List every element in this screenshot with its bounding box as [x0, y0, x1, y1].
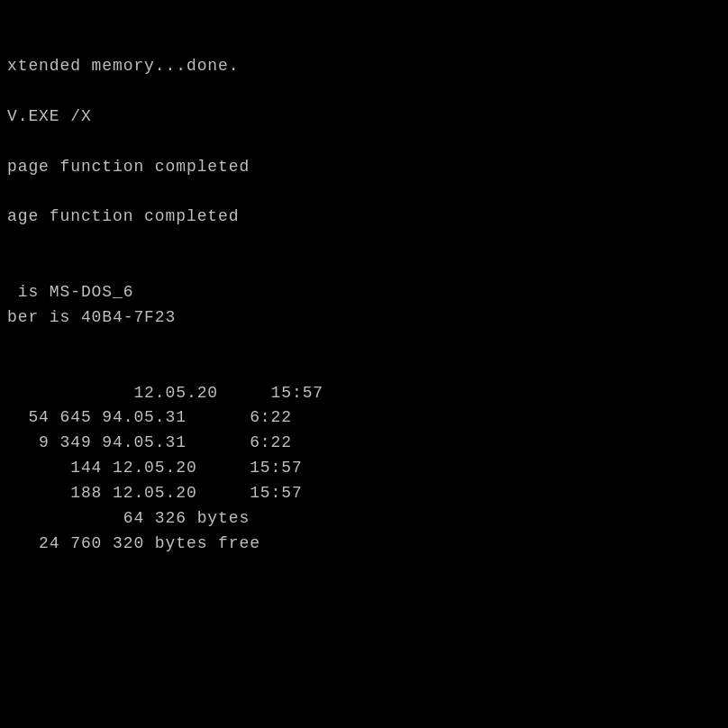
line9: 9 349 94.05.31 6:22	[7, 431, 728, 456]
blank7	[7, 356, 728, 381]
line4: age function completed	[7, 205, 728, 230]
line8: 54 645 94.05.31 6:22	[7, 405, 728, 431]
blank2	[7, 130, 728, 155]
line10: 144 12.05.20 15:57	[7, 456, 728, 481]
line11: 188 12.05.20 15:57	[7, 481, 728, 506]
line12: 64 326 bytes	[7, 506, 728, 532]
terminal-window: xtended memory...done.V.EXE /Xpage funct…	[0, 0, 728, 728]
line6: ber is 40B4-7F23	[7, 305, 728, 331]
line2: V.EXE /X	[7, 105, 728, 130]
blank3	[7, 179, 728, 205]
line7: 12.05.20 15:57	[7, 381, 728, 406]
blank6	[7, 331, 728, 356]
line1: xtended memory...done.	[7, 54, 728, 79]
line5: is MS-DOS_6	[7, 280, 728, 305]
line3: page function completed	[7, 155, 728, 180]
line13: 24 760 320 bytes free	[7, 532, 728, 557]
blank4	[7, 230, 728, 255]
blank1	[7, 79, 728, 105]
blank5	[7, 255, 728, 280]
